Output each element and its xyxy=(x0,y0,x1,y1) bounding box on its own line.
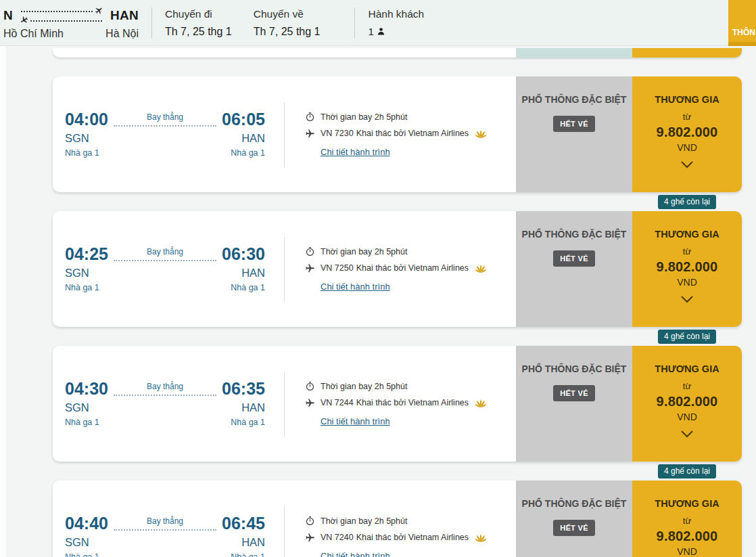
passengers-selector[interactable]: Hành khách 1 xyxy=(368,8,424,37)
flight-results-list: 04:00 Bay thẳng 06:05 SGN HAN Nhà ga 1 N… xyxy=(53,48,742,557)
stops-label: Bay thẳng xyxy=(147,516,183,526)
route-dotted-line xyxy=(114,260,216,261)
operated-by: Khai thác bởi Vietnam Airlines xyxy=(356,129,469,138)
from-label: từ xyxy=(683,381,691,391)
plane-icon xyxy=(305,263,315,273)
flight-card: 04:30 Bay thẳng 06:35 SGN HAN Nhà ga 1 N… xyxy=(53,346,742,462)
origin-city: Hồ Chí Minh xyxy=(3,28,64,40)
route-summary: N HAN Hồ Chí Minh Hà Nội xyxy=(3,5,139,40)
fare-economy-cell: PHỔ THÔNG ĐẶC BIỆT HẾT VÉ xyxy=(516,211,632,327)
fare-economy-title: PHỔ THÔNG ĐẶC BIỆT xyxy=(522,363,627,374)
previous-flight-card-partial xyxy=(53,48,742,58)
clock-icon xyxy=(305,516,315,526)
arrival-time: 06:35 xyxy=(222,380,265,397)
fare-economy-cell: PHỔ THÔNG ĐẶC BIỆT HẾT VÉ xyxy=(516,76,632,192)
departure-terminal: Nhà ga 1 xyxy=(65,552,99,557)
outbound-date-label: Chuyến đi xyxy=(165,8,232,20)
arrival-time: 06:05 xyxy=(222,111,265,128)
destination-airport-code: HAN xyxy=(110,8,139,23)
vietnam-airlines-lotus-icon xyxy=(474,128,488,139)
fare-economy-cell: PHỔ THÔNG ĐẶC BIỆT HẾT VÉ xyxy=(516,481,632,557)
arrival-code: HAN xyxy=(241,132,265,145)
card-divider xyxy=(284,102,285,167)
arrival-code: HAN xyxy=(241,536,265,549)
plane-icon xyxy=(305,129,315,139)
fare-economy-title: PHỔ THÔNG ĐẶC BIỆT xyxy=(522,229,627,240)
route-dotted-line xyxy=(114,125,216,127)
clock-icon xyxy=(305,112,315,122)
outbound-date-selector[interactable]: Chuyến đi Th 7, 25 thg 1 xyxy=(165,8,232,38)
operated-by: Khai thác bởi Vietnam Airlines xyxy=(356,533,469,542)
itinerary-details-link[interactable]: Chi tiết hành trình xyxy=(321,551,488,557)
route-lines xyxy=(20,5,103,26)
flight-info-block: Thời gian bay 2h 5phút VN 7240 Khai thác… xyxy=(305,516,488,557)
card-gap: 4 ghế còn lại xyxy=(53,462,742,481)
return-date-value: Th 7, 25 thg 1 xyxy=(254,26,321,38)
departure-code: SGN xyxy=(65,132,89,145)
destination-city: Hà Nội xyxy=(105,28,139,40)
plane-icon xyxy=(305,533,315,543)
arrival-terminal: Nhà ga 1 xyxy=(231,148,265,158)
clock-icon xyxy=(305,246,315,257)
sold-out-badge: HẾT VÉ xyxy=(553,520,595,536)
fare-economy-title: PHỔ THÔNG ĐẶC BIỆT xyxy=(522,94,627,105)
outbound-date-value: Th 7, 25 thg 1 xyxy=(165,26,232,38)
fare-business-cell[interactable]: THƯƠNG GIA từ 9.802.000 VND xyxy=(632,76,742,192)
arrival-code: HAN xyxy=(241,267,265,280)
route-dotted-line xyxy=(114,529,216,531)
flight-card: 04:00 Bay thẳng 06:05 SGN HAN Nhà ga 1 N… xyxy=(53,76,742,192)
route-dotted-line xyxy=(114,395,216,396)
operated-by: Khai thác bởi Vietnam Airlines xyxy=(356,263,469,273)
return-date-label: Chuyến về xyxy=(254,8,321,20)
stops-label: Bay thẳng xyxy=(147,112,183,122)
sold-out-badge: HẾT VÉ xyxy=(553,116,595,132)
header-divider xyxy=(354,7,355,39)
chevron-down-icon[interactable] xyxy=(680,430,694,438)
itinerary-details-link[interactable]: Chi tiết hành trình xyxy=(321,416,488,426)
chevron-down-icon[interactable] xyxy=(680,295,694,303)
chevron-down-icon[interactable] xyxy=(680,160,694,169)
duration-label: Thời gian bay 2h 5phút xyxy=(321,516,407,526)
fare-business-cell[interactable]: THƯƠNG GIA từ 9.802.000 VND xyxy=(632,346,742,462)
stops-label: Bay thẳng xyxy=(147,382,183,391)
departure-code: SGN xyxy=(65,536,89,549)
vietnam-airlines-lotus-icon xyxy=(474,263,488,273)
departure-terminal: Nhà ga 1 xyxy=(65,283,99,292)
fare-currency: VND xyxy=(677,411,697,422)
departure-terminal: Nhà ga 1 xyxy=(65,148,99,158)
departure-time: 04:25 xyxy=(65,246,108,263)
card-divider xyxy=(284,506,285,557)
fare-business-cell[interactable]: THƯƠNG GIA từ 9.802.000 VND xyxy=(632,481,742,557)
itinerary-details-link[interactable]: Chi tiết hành trình xyxy=(321,147,488,157)
arrival-time: 06:30 xyxy=(222,246,265,263)
fare-business-title: THƯƠNG GIA xyxy=(655,498,719,509)
passengers-label: Hành khách xyxy=(368,8,424,20)
flight-number: VN 7244 xyxy=(321,398,354,407)
from-label: từ xyxy=(683,246,691,257)
booking-info-corner-button[interactable]: THÔN xyxy=(728,0,756,42)
person-icon xyxy=(377,27,385,36)
arrival-time: 06:45 xyxy=(222,515,265,532)
arrival-terminal: Nhà ga 1 xyxy=(231,552,265,557)
from-label: từ xyxy=(683,516,691,526)
card-gap: 4 ghế còn lại xyxy=(53,192,742,211)
fare-price: 9.802.000 xyxy=(657,259,718,275)
header-divider xyxy=(151,7,152,39)
itinerary-details-link[interactable]: Chi tiết hành trình xyxy=(321,282,488,292)
fare-economy-cell: PHỔ THÔNG ĐẶC BIỆT HẾT VÉ xyxy=(516,346,632,462)
card-gap: 4 ghế còn lại xyxy=(53,327,742,346)
seats-remaining-badge: 4 ghế còn lại xyxy=(658,464,716,478)
departure-time: 04:30 xyxy=(65,380,108,397)
outbound-plane-icon xyxy=(93,4,105,16)
fare-currency: VND xyxy=(677,277,697,288)
stops-label: Bay thẳng xyxy=(147,247,183,257)
vietnam-airlines-lotus-icon xyxy=(474,397,488,408)
arrival-terminal: Nhà ga 1 xyxy=(231,283,265,292)
departure-time: 04:00 xyxy=(65,111,108,128)
fare-economy-title: PHỔ THÔNG ĐẶC BIỆT xyxy=(522,498,627,509)
return-date-selector[interactable]: Chuyến về Th 7, 25 thg 1 xyxy=(254,8,321,38)
fare-business-title: THƯƠNG GIA xyxy=(655,229,719,240)
sold-out-badge: HẾT VÉ xyxy=(553,385,595,401)
fare-business-cell[interactable]: THƯƠNG GIA từ 9.802.000 VND xyxy=(632,211,742,327)
economy-fare-strip xyxy=(516,48,632,58)
